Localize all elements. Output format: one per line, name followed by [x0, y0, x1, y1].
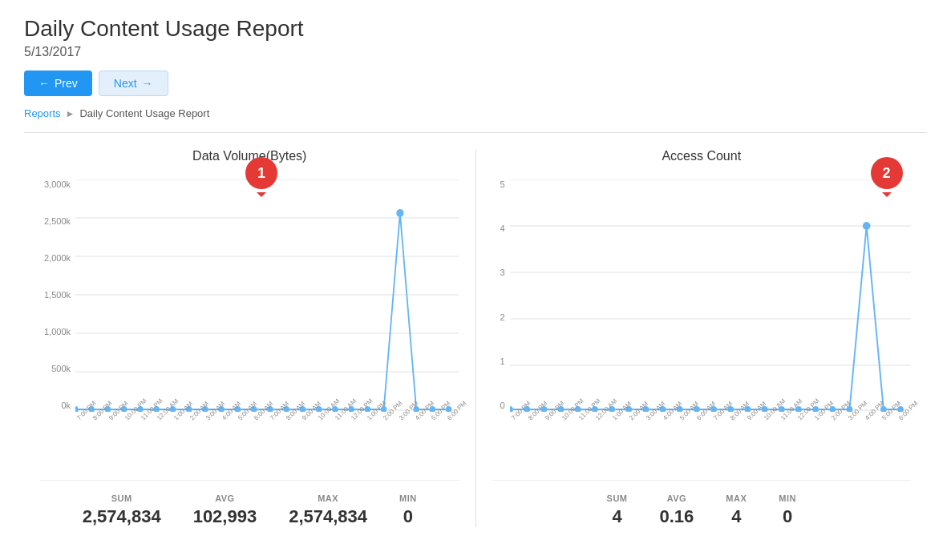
y2-label-1: 1: [492, 357, 510, 366]
left-arrow-icon: ←: [38, 77, 50, 90]
chart2-max: MAX 4: [726, 494, 747, 527]
y-label-500k: 500k: [40, 364, 75, 373]
chart2-avg: AVG 0.16: [660, 494, 694, 527]
y-label-1000k: 1,000k: [40, 327, 75, 336]
chart2-avg-value: 0.16: [660, 506, 694, 527]
breadcrumb-parent[interactable]: Reports: [24, 107, 61, 119]
y2-label-3: 3: [492, 268, 510, 277]
svg-point-58: [862, 222, 870, 230]
breadcrumb-current: Daily Content Usage Report: [79, 107, 209, 119]
chart1-stats: SUM 2,574,834 AVG 102,993 MAX 2,574,834 …: [40, 480, 459, 527]
y-label-2000k: 2,000k: [40, 253, 75, 263]
divider: [24, 132, 927, 133]
chart2-max-value: 4: [726, 506, 747, 527]
next-label: Next: [114, 77, 137, 90]
svg-point-37: [510, 406, 513, 412]
prev-button[interactable]: ← Prev: [24, 71, 92, 96]
chart1-sum: SUM 2,574,834: [83, 494, 161, 527]
chart2-stats: SUM 4 AVG 0.16 MAX 4 MIN 0: [492, 480, 912, 527]
next-button[interactable]: Next →: [99, 71, 168, 96]
y2-label-4: 4: [492, 224, 510, 233]
prev-label: Prev: [55, 77, 78, 90]
chart1-max-value: 2,574,834: [289, 506, 367, 527]
page-date: 5/13/2017: [24, 45, 927, 59]
data-volume-panel: 1 Data Volume(Bytes) 3,000k 2,500k 2,000…: [24, 149, 476, 527]
data-volume-wrapper: 1 Data Volume(Bytes) 3,000k 2,500k 2,000…: [40, 149, 459, 461]
chart1-min: MIN 0: [399, 494, 417, 527]
right-arrow-icon: →: [142, 77, 153, 90]
chart1-max-label: MAX: [289, 494, 367, 503]
chart2-sum-value: 4: [607, 506, 628, 527]
y-label-0k: 0k: [40, 401, 75, 410]
y2-label-2: 2: [492, 312, 510, 322]
breadcrumb: Reports ► Daily Content Usage Report: [24, 107, 927, 119]
chart2-sum: SUM 4: [607, 494, 628, 527]
chart1-avg: AVG 102,993: [193, 494, 257, 527]
chart1-svg: [75, 179, 459, 412]
nav-buttons: ← Prev Next →: [24, 71, 927, 96]
chart2-avg-label: AVG: [660, 494, 694, 503]
chart2-min-label: MIN: [779, 494, 796, 503]
chart1-min-label: MIN: [399, 494, 417, 503]
access-count-panel: 2 Access Count 5 4 3 2 1 0: [476, 149, 928, 527]
y-label-2500k: 2,500k: [40, 216, 75, 226]
charts-container: 1 Data Volume(Bytes) 3,000k 2,500k 2,000…: [24, 149, 927, 527]
access-count-wrapper: 2 Access Count 5 4 3 2 1 0: [492, 149, 912, 461]
svg-point-7: [75, 406, 79, 412]
chart2-sum-label: SUM: [607, 494, 628, 503]
chart1-sum-label: SUM: [83, 494, 161, 503]
y-label-1500k: 1,500k: [40, 290, 75, 300]
chart1-min-value: 0: [399, 506, 417, 527]
tooltip-2: 2: [871, 157, 903, 189]
chart2-title: Access Count: [492, 149, 912, 163]
chart2-min-value: 0: [779, 506, 796, 527]
chart1-avg-label: AVG: [193, 494, 257, 503]
breadcrumb-separator: ►: [66, 108, 75, 119]
y2-label-5: 5: [492, 179, 510, 189]
chart1-max: MAX 2,574,834: [289, 494, 367, 527]
tooltip-1: 1: [245, 157, 277, 189]
chart1-avg-value: 102,993: [193, 506, 257, 527]
chart2-svg: [510, 179, 912, 412]
chart1-sum-value: 2,574,834: [83, 506, 161, 527]
y-label-3000k: 3,000k: [40, 179, 75, 189]
page-title: Daily Content Usage Report: [24, 16, 927, 42]
svg-point-27: [396, 209, 403, 217]
chart2-min: MIN 0: [779, 494, 796, 527]
chart2-max-label: MAX: [726, 494, 747, 503]
y2-label-0: 0: [492, 401, 510, 410]
